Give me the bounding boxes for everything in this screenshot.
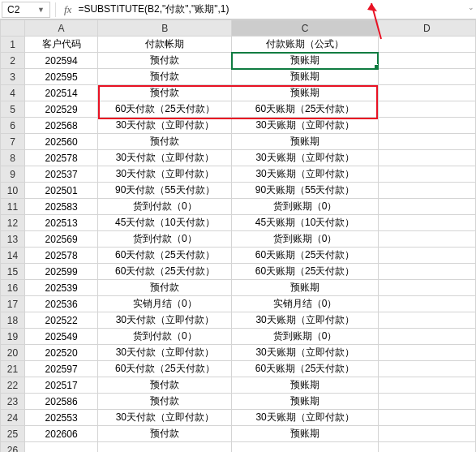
row-header[interactable]: 25	[1, 426, 25, 442]
row-header[interactable]: 13	[1, 231, 25, 248]
cell[interactable]	[378, 361, 475, 377]
cell[interactable]	[378, 280, 475, 296]
cell[interactable]: 202594	[25, 53, 98, 69]
cell[interactable]: 30天账期（立即付款）	[232, 312, 378, 329]
row-header[interactable]: 21	[1, 361, 25, 377]
cell[interactable]: 202553	[25, 410, 98, 426]
cell[interactable]: 202586	[25, 394, 98, 410]
cell[interactable]: 202514	[25, 85, 98, 101]
cell[interactable]: 202568	[25, 118, 98, 134]
cell[interactable]	[378, 248, 475, 264]
cell[interactable]	[378, 329, 475, 345]
cell[interactable]: 90天付款（55天付款）	[98, 183, 232, 199]
row-header[interactable]: 10	[1, 183, 25, 199]
cell[interactable]	[378, 37, 475, 53]
cell[interactable]: 30天付款（立即付款）	[98, 166, 232, 183]
row-header[interactable]: 16	[1, 280, 25, 296]
cell[interactable]	[378, 345, 475, 361]
cell[interactable]	[378, 231, 475, 248]
cell[interactable]: 货到付款（0）	[98, 231, 232, 248]
cell[interactable]: 货到付款（0）	[98, 199, 232, 215]
cell[interactable]	[378, 410, 475, 426]
cell[interactable]: 90天账期（55天付款）	[232, 183, 378, 199]
row-header[interactable]: 26	[1, 442, 25, 453]
cell[interactable]: 实销月结（0）	[232, 296, 378, 312]
row-header[interactable]: 20	[1, 345, 25, 361]
cell[interactable]: 202529	[25, 101, 98, 118]
row-header[interactable]: 15	[1, 264, 25, 280]
cell[interactable]	[378, 312, 475, 329]
cell[interactable]: 30天付款（立即付款）	[98, 150, 232, 166]
row-header[interactable]: 6	[1, 118, 25, 134]
cell[interactable]: 货到付款（0）	[98, 329, 232, 345]
cell[interactable]	[378, 118, 475, 134]
cell[interactable]: 预付款	[98, 394, 232, 410]
cell[interactable]: 客户代码	[25, 37, 98, 53]
cell[interactable]: 202599	[25, 264, 98, 280]
row-header[interactable]: 5	[1, 101, 25, 118]
cell[interactable]: 30天付款（立即付款）	[98, 345, 232, 361]
row-header[interactable]: 22	[1, 377, 25, 394]
cell[interactable]: 202536	[25, 296, 98, 312]
cell[interactable]: 货到账期（0）	[232, 231, 378, 248]
cell[interactable]: 预账期	[232, 377, 378, 394]
cell[interactable]: 202517	[25, 377, 98, 394]
cell[interactable]	[378, 264, 475, 280]
cell[interactable]	[378, 183, 475, 199]
cell[interactable]	[378, 134, 475, 150]
cell[interactable]: 202537	[25, 166, 98, 183]
row-header[interactable]: 7	[1, 134, 25, 150]
row-header[interactable]: 17	[1, 296, 25, 312]
cell[interactable]: 30天付款（立即付款）	[98, 410, 232, 426]
cell[interactable]: 60天付款（25天付款）	[98, 264, 232, 280]
select-all-corner[interactable]	[1, 20, 25, 37]
cell[interactable]	[98, 442, 232, 453]
col-header-D[interactable]: D	[378, 20, 475, 37]
cell[interactable]: 30天账期（立即付款）	[232, 118, 378, 134]
row-header[interactable]: 9	[1, 166, 25, 183]
name-box[interactable]: C2 ▼	[2, 2, 50, 18]
cell[interactable]: 预付款	[98, 53, 232, 69]
cell[interactable]: 60天付款（25天付款）	[98, 101, 232, 118]
cell[interactable]	[232, 442, 378, 453]
cell[interactable]: 202606	[25, 426, 98, 442]
cell[interactable]: 60天账期（25天付款）	[232, 264, 378, 280]
cell[interactable]: 202549	[25, 329, 98, 345]
cell[interactable]: 202539	[25, 280, 98, 296]
cell[interactable]: 预付款	[98, 426, 232, 442]
cell[interactable]: 预账期	[232, 69, 378, 85]
cell[interactable]: 45天付款（10天付款）	[98, 215, 232, 231]
col-header-C[interactable]: C	[232, 20, 378, 37]
row-header[interactable]: 8	[1, 150, 25, 166]
cell[interactable]: 202569	[25, 231, 98, 248]
cell[interactable]: 60天付款（25天付款）	[98, 248, 232, 264]
expand-formula-bar-icon[interactable]: ⌄	[468, 3, 474, 11]
cell[interactable]: 60天账期（25天付款）	[232, 101, 378, 118]
cell[interactable]	[378, 150, 475, 166]
cell[interactable]: 30天付款（立即付款）	[98, 312, 232, 329]
cell[interactable]	[378, 166, 475, 183]
cell[interactable]	[378, 394, 475, 410]
cell[interactable]: 预账期	[232, 394, 378, 410]
cell[interactable]	[378, 215, 475, 231]
spreadsheet-grid[interactable]: A B C D 1客户代码付款帐期付款账期（公式）2202594预付款预账期32…	[0, 19, 476, 452]
row-header[interactable]: 1	[1, 37, 25, 53]
cell[interactable]: 预账期	[232, 85, 378, 101]
cell[interactable]: 202520	[25, 345, 98, 361]
cell[interactable]	[378, 199, 475, 215]
cell[interactable]: 预账期	[232, 53, 378, 69]
row-header[interactable]: 19	[1, 329, 25, 345]
cell[interactable]: 202595	[25, 69, 98, 85]
cell[interactable]: 预付款	[98, 69, 232, 85]
cell[interactable]: 预账期	[232, 134, 378, 150]
cell[interactable]	[378, 296, 475, 312]
cell[interactable]	[378, 53, 475, 69]
row-header[interactable]: 24	[1, 410, 25, 426]
cell[interactable]: 202501	[25, 183, 98, 199]
row-header[interactable]: 4	[1, 85, 25, 101]
row-header[interactable]: 23	[1, 394, 25, 410]
col-header-B[interactable]: B	[98, 20, 232, 37]
cell[interactable]: 预账期	[232, 280, 378, 296]
cell[interactable]: 202597	[25, 361, 98, 377]
row-header[interactable]: 2	[1, 53, 25, 69]
